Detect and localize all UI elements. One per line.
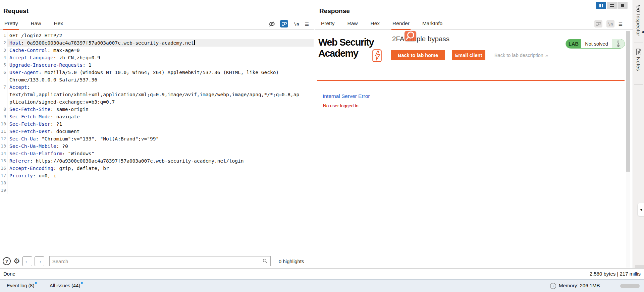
editor-line[interactable]: 11Sec-Fetch-Dest: document: [0, 128, 314, 135]
hide-eye-icon[interactable]: [268, 20, 276, 27]
response-tab-raw[interactable]: Raw: [346, 20, 359, 30]
settings-gear-icon[interactable]: ⚙: [13, 257, 20, 265]
search-next-button[interactable]: →: [35, 256, 44, 266]
lab-badge-label: LAB: [566, 39, 581, 48]
line-text: Sec-Fetch-Dest: document: [7, 128, 314, 135]
event-log-button[interactable]: Event log (8): [7, 283, 34, 288]
memory-bar: [620, 284, 640, 288]
pause-icon: [599, 4, 603, 7]
web-security-academy-logo: Web Security Academy: [318, 37, 374, 59]
error-message: No user logged in: [323, 103, 359, 108]
search-prev-button[interactable]: ←: [22, 256, 32, 266]
request-tab-hex[interactable]: Hex: [53, 20, 64, 30]
word-wrap-icon[interactable]: [594, 20, 602, 27]
response-tab-pretty[interactable]: Pretty: [320, 20, 335, 30]
line-text: Cache-Control: max-age=0: [7, 47, 314, 54]
editor-line[interactable]: 18: [0, 179, 314, 187]
line-text: Sec-Ch-Ua-Platform: "Windows": [7, 150, 314, 157]
request-editor-lines[interactable]: 1GET /login2 HTTP/22Host: 0a9300e0030ac4…: [0, 32, 314, 194]
editor-line[interactable]: Chrome/133.0.0.0 Safari/537.36: [0, 76, 314, 83]
show-newlines-icon[interactable]: \n: [606, 20, 614, 27]
request-toolbar: \n ≡: [268, 20, 309, 27]
response-scrollbar-thumb[interactable]: [626, 31, 630, 172]
back-to-lab-home-button[interactable]: Back to lab home: [391, 50, 445, 60]
all-issues-button[interactable]: All issues (44): [50, 283, 80, 288]
editor-line[interactable]: 3Cache-Control: max-age=0: [0, 47, 314, 54]
line-number: 17: [0, 172, 7, 179]
line-number: 12: [0, 135, 7, 142]
line-number: [0, 98, 7, 106]
split-layout-button[interactable]: [607, 2, 617, 9]
flask-icon[interactable]: [612, 39, 625, 48]
line-number: 14: [0, 150, 7, 157]
editor-line[interactable]: 15Referer: https://0a9300e0030ac4a78397f…: [0, 157, 314, 165]
line-number: 15: [0, 157, 7, 165]
line-text: [7, 187, 314, 194]
editor-line[interactable]: 7Accept:: [0, 83, 314, 91]
line-text: Accept-Language: zh-CN,zh;q=0.9: [7, 54, 314, 61]
response-toolbar: \n ≡: [594, 20, 623, 27]
email-client-button[interactable]: Email client: [452, 50, 485, 60]
request-title: Request: [3, 7, 29, 15]
show-newlines-icon[interactable]: \n: [292, 20, 301, 27]
response-tab-render[interactable]: Render: [391, 20, 411, 30]
strip-footer: [635, 265, 644, 268]
editor-line[interactable]: 5Upgrade-Insecure-Requests: 1: [0, 61, 314, 69]
request-tab-raw[interactable]: Raw: [30, 20, 42, 30]
line-number: 2: [0, 39, 7, 47]
render-view: Web Security Academy 2FA simple bypass B…: [315, 30, 626, 268]
response-scrollbar[interactable]: [626, 31, 630, 268]
word-wrap-icon[interactable]: [280, 20, 288, 27]
lab-title: 2FA simple bypass: [392, 35, 449, 43]
tab-notes[interactable]: Notes: [633, 57, 644, 72]
response-panel: Response Pretty Raw Hex Render MarkInfo …: [315, 0, 633, 268]
event-log-dot: [35, 282, 37, 284]
text-cursor: [194, 40, 195, 45]
search-input[interactable]: [49, 256, 271, 266]
editor-line[interactable]: 16Accept-Encoding: gzip, deflate, br: [0, 165, 314, 172]
editor-line[interactable]: 14Sec-Ch-Ua-Platform: "Windows": [0, 150, 314, 157]
editor-line[interactable]: 9Sec-Fetch-Mode: navigate: [0, 113, 314, 120]
inspector-collapse-icon[interactable]: ◀: [641, 30, 644, 34]
tab-inspector[interactable]: Inspector: [633, 14, 644, 38]
line-number: 4: [0, 54, 7, 61]
error-title: Internal Server Error: [323, 93, 370, 99]
response-menu-icon[interactable]: ≡: [619, 20, 623, 27]
lightning-bolt-icon: [372, 49, 382, 63]
editor-line[interactable]: 13Sec-Ch-Ua-Mobile: ?0: [0, 142, 314, 150]
editor-line[interactable]: 19: [0, 187, 314, 194]
response-tab-markinfo[interactable]: MarkInfo: [421, 20, 443, 30]
editor-line[interactable]: 4Accept-Language: zh-CN,zh;q=0.9: [0, 54, 314, 61]
orange-divider: [317, 80, 625, 81]
help-icon[interactable]: ?: [3, 257, 11, 265]
line-text: GET /login2 HTTP/2: [7, 32, 314, 39]
line-number: 8: [0, 106, 7, 113]
editor-line[interactable]: 17Priority: u=0, i: [0, 172, 314, 179]
editor-line[interactable]: 6User-Agent: Mozilla/5.0 (Windows NT 10.…: [0, 69, 314, 76]
chevrons-icon: »: [545, 52, 548, 58]
request-panel: Request Pretty Raw Hex \n ≡ 1GET /login2…: [0, 0, 314, 268]
line-text: Sec-Fetch-User: ?1: [7, 120, 314, 128]
line-text: Referer: https://0a9300e0030ac4a78397f57…: [7, 157, 314, 165]
editor-line[interactable]: plication/signed-exchange;v=b3;q=0.7: [0, 98, 314, 106]
editor-line[interactable]: 2Host: 0a9300e0030ac4a78397f57a003a007c.…: [0, 39, 314, 47]
maximize-button[interactable]: [618, 2, 628, 9]
info-icon: i: [550, 283, 556, 289]
pause-button[interactable]: [596, 2, 606, 9]
line-text: Accept-Encoding: gzip, deflate, br: [7, 165, 314, 172]
request-tab-pretty[interactable]: Pretty: [3, 20, 19, 30]
editor-line[interactable]: 12Sec-Ch-Ua: "Chromium";v="133", "Not(A:…: [0, 135, 314, 142]
response-tabs: Pretty Raw Hex Render MarkInfo: [315, 19, 633, 30]
back-to-lab-description-link[interactable]: Back to lab description»: [494, 52, 548, 58]
panel-collapse-button[interactable]: ◀: [638, 203, 644, 216]
editor-line[interactable]: 1GET /login2 HTTP/2: [0, 32, 314, 39]
request-search-bar: ? ⚙ ← → 0 highlights: [0, 254, 314, 268]
editor-line[interactable]: 8Sec-Fetch-Site: same-origin: [0, 106, 314, 113]
editor-line[interactable]: 10Sec-Fetch-User: ?1: [0, 120, 314, 128]
editor-line[interactable]: text/html,application/xhtml+xml,applicat…: [0, 91, 314, 98]
response-tab-hex[interactable]: Hex: [370, 20, 381, 30]
response-title: Response: [319, 7, 350, 15]
request-menu-icon[interactable]: ≡: [305, 20, 309, 27]
line-text: Sec-Fetch-Site: same-origin: [7, 106, 314, 113]
line-text: plication/signed-exchange;v=b3;q=0.7: [7, 98, 314, 106]
